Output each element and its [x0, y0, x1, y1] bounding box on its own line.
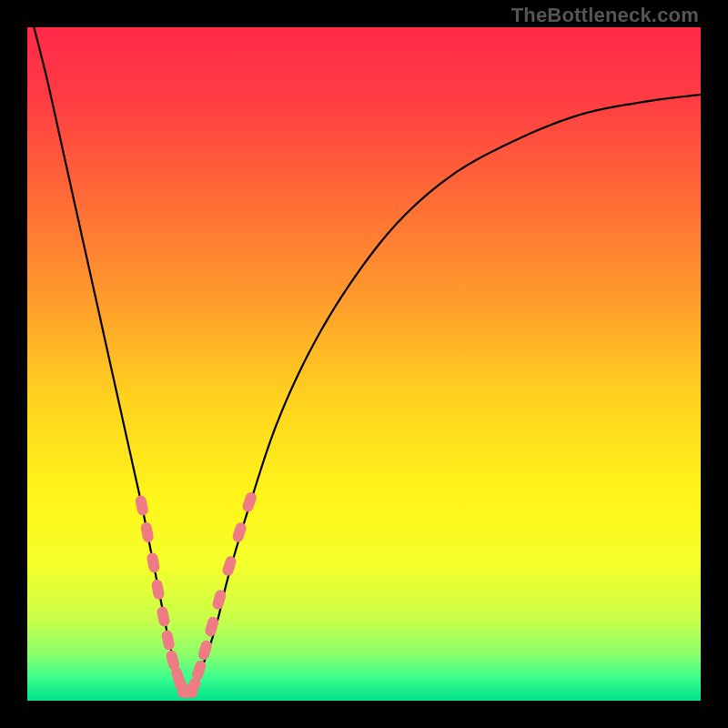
curve-marker: [156, 606, 170, 628]
chart-svg: [27, 27, 701, 701]
bottleneck-curve: [34, 27, 701, 694]
curve-marker: [231, 521, 248, 544]
curve-marker: [160, 629, 175, 651]
curve-marker: [140, 521, 155, 543]
curve-markers: [135, 490, 258, 698]
curve-marker: [135, 494, 149, 516]
curve-marker: [151, 579, 166, 601]
curve-marker: [221, 555, 238, 578]
curve-marker: [146, 551, 160, 573]
chart-plot-area: [27, 27, 701, 701]
watermark-text: TheBottleneck.com: [511, 4, 699, 27]
curve-marker: [241, 490, 258, 513]
